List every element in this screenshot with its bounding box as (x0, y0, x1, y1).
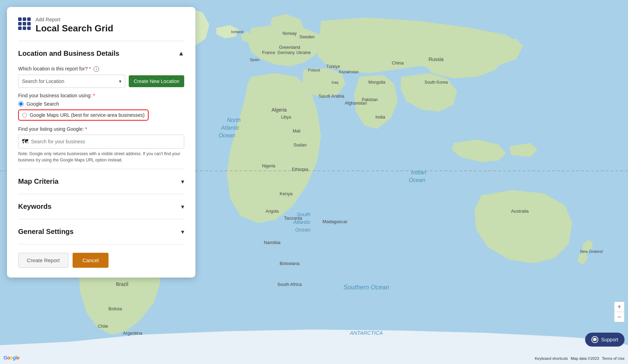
svg-text:Chile: Chile (98, 324, 108, 329)
svg-text:Poland: Poland (308, 68, 320, 72)
support-button[interactable]: 💬 Support (585, 333, 625, 347)
svg-text:Türkiye: Türkiye (326, 64, 340, 69)
svg-text:Atlantic: Atlantic (221, 125, 239, 131)
section4-header[interactable]: General Settings ▾ (18, 225, 184, 238)
svg-text:Nigeria: Nigeria (262, 164, 275, 168)
find-listing-label: Find your listing using Google: * (18, 126, 184, 132)
svg-text:Bolivia: Bolivia (109, 306, 122, 311)
radio-google-maps-url[interactable]: Google Maps URL (best for service-area b… (18, 109, 149, 121)
radio-google-search-input[interactable] (18, 101, 24, 107)
svg-text:India: India (375, 114, 386, 120)
section4-chevron-icon: ▾ (181, 228, 184, 236)
radio-google-search-label: Google Search (27, 101, 59, 107)
svg-text:Ukraine: Ukraine (296, 50, 311, 55)
business-search-input[interactable] (31, 139, 180, 144)
svg-text:South Africa: South Africa (277, 282, 302, 287)
svg-text:Ocean: Ocean (409, 177, 425, 183)
svg-text:Australia: Australia (511, 208, 529, 214)
create-location-button[interactable]: Create New Location (129, 75, 184, 87)
map-attribution: Keyboard shortcuts Map data ©2023 Terms … (535, 356, 625, 361)
add-report-label: Add Report (36, 17, 113, 22)
svg-text:Ocean: Ocean (295, 227, 311, 233)
panel-header: Add Report Local Search Grid (18, 17, 184, 34)
search-note: Note: Google only returns businesses wit… (18, 151, 184, 163)
section1-divider (18, 169, 184, 169)
section4-divider (18, 244, 184, 244)
svg-text:Germany: Germany (277, 50, 294, 55)
radio-google-maps-label: Google Maps URL (best for service-area b… (30, 112, 144, 118)
location-select-arrow: ▾ (119, 78, 121, 84)
section2-title: Map Criteria (18, 177, 59, 185)
svg-text:France: France (262, 50, 275, 55)
zoom-out-button[interactable]: − (614, 312, 624, 322)
svg-text:Greenland: Greenland (279, 45, 300, 50)
svg-text:Southern Ocean: Southern Ocean (343, 284, 389, 291)
location-select-dropdown[interactable]: Search for Location ▾ (18, 75, 125, 88)
section3-title: Keywords (18, 203, 52, 211)
location-select-placeholder: Search for Location (22, 78, 64, 84)
info-icon[interactable]: i (94, 66, 99, 72)
support-icon: 💬 (591, 336, 598, 343)
find-listing-required: * (85, 126, 87, 132)
main-title: Local Search Grid (36, 23, 113, 34)
section3-header[interactable]: Keywords ▾ (18, 200, 184, 213)
location-row: Search for Location ▾ Create New Locatio… (18, 75, 184, 88)
radio-google-search[interactable]: Google Search (18, 101, 184, 107)
side-panel: Add Report Local Search Grid Location an… (7, 7, 195, 278)
svg-text:Angola: Angola (266, 209, 279, 214)
header-divider (18, 41, 184, 41)
svg-text:Pakistan: Pakistan (362, 97, 378, 102)
radio-group: Find your business location using: * Goo… (18, 93, 184, 121)
find-location-required: * (93, 93, 95, 98)
svg-text:Ocean: Ocean (218, 132, 235, 138)
svg-text:China: China (392, 60, 404, 66)
location-field-label: Which location is this report for? * i (18, 66, 184, 72)
location-required-marker: * (89, 66, 91, 71)
svg-text:Argentina: Argentina (123, 331, 142, 336)
header-text: Add Report Local Search Grid (36, 17, 113, 34)
svg-text:Saudi Arabia: Saudi Arabia (319, 93, 344, 99)
svg-text:ANTARCTICA: ANTARCTICA (350, 330, 383, 336)
section1-header[interactable]: Location and Business Details ▲ (18, 47, 184, 60)
svg-text:Tanzania: Tanzania (284, 215, 302, 221)
svg-text:North: North (227, 117, 240, 123)
find-location-label: Find your business location using: * (18, 93, 184, 98)
map-data-text: Map data ©2023 (571, 356, 599, 361)
business-search-wrapper: 🗺 (18, 135, 184, 149)
zoom-in-button[interactable]: + (614, 302, 624, 312)
section2-divider (18, 194, 184, 194)
svg-text:South Korea: South Korea (425, 80, 448, 85)
cancel-button[interactable]: Cancel (73, 253, 109, 268)
terms-of-use-link[interactable]: Terms of Use (602, 356, 625, 361)
svg-text:Ethiopia: Ethiopia (292, 167, 309, 172)
app-logo-icon (18, 17, 31, 30)
svg-text:Spain: Spain (250, 58, 260, 62)
svg-text:Mongolia: Mongolia (368, 80, 386, 85)
svg-text:Iceland: Iceland (231, 30, 243, 34)
svg-text:Norway: Norway (283, 31, 297, 36)
section4-title: General Settings (18, 228, 74, 236)
radio-google-maps-input[interactable] (22, 113, 27, 117)
bottom-buttons: Create Report Cancel (18, 253, 184, 268)
create-report-button[interactable]: Create Report (18, 253, 68, 268)
section3-divider (18, 219, 184, 219)
support-label: Support (601, 337, 618, 342)
svg-text:Brazil: Brazil (116, 281, 128, 287)
section1-title: Location and Business Details (18, 50, 119, 58)
svg-text:Sweden: Sweden (299, 35, 314, 39)
zoom-controls: + − (614, 302, 625, 322)
svg-text:Namibia: Namibia (264, 240, 281, 245)
maps-search-icon: 🗺 (22, 138, 28, 145)
section3-chevron-icon: ▾ (181, 203, 184, 211)
svg-text:Russia: Russia (429, 56, 444, 62)
svg-text:Indian: Indian (411, 169, 426, 175)
svg-text:Sudan: Sudan (293, 142, 307, 147)
svg-text:Mali: Mali (293, 129, 300, 134)
svg-text:Botswana: Botswana (279, 261, 300, 266)
svg-text:Iraq: Iraq (332, 80, 338, 84)
keyboard-shortcuts-link[interactable]: Keyboard shortcuts (535, 356, 568, 361)
svg-text:Kazakhstan: Kazakhstan (339, 70, 359, 74)
section2-chevron-icon: ▾ (181, 178, 184, 185)
section1-chevron-icon: ▲ (178, 50, 184, 57)
section2-header[interactable]: Map Criteria ▾ (18, 175, 184, 188)
